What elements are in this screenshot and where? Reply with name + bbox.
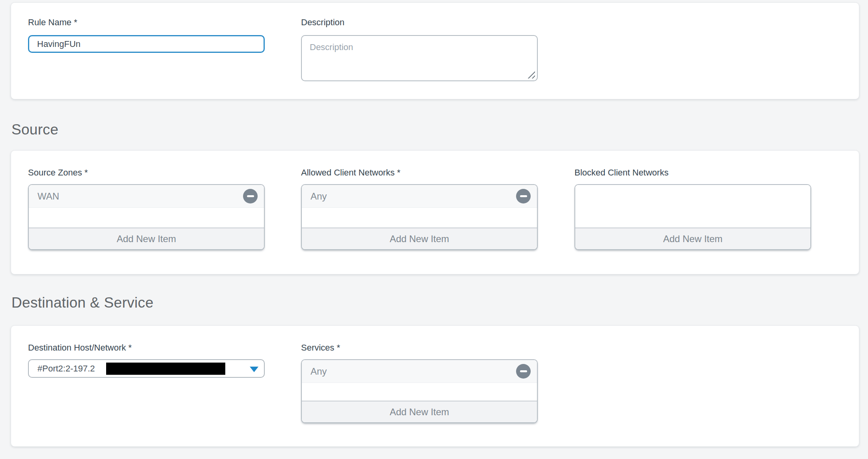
list-empty-area — [575, 185, 810, 228]
destination-service-card: Destination Host/Network * #Port2:2-197.… — [11, 325, 859, 447]
destination-host-network-select[interactable]: #Port2:2-197.2 — [28, 359, 265, 378]
description-textarea[interactable] — [301, 35, 538, 81]
source-card: Source Zones * WAN Add New Item Allowed … — [11, 150, 859, 274]
destination-host-network-field: Destination Host/Network * #Port2:2-197.… — [28, 342, 265, 378]
description-field: Description — [301, 17, 538, 81]
blocked-client-networks-label: Blocked Client Networks — [574, 167, 811, 178]
rule-name-field: Rule Name * — [28, 17, 265, 53]
chevron-down-icon — [250, 366, 258, 372]
services-label: Services * — [301, 342, 538, 353]
add-new-item-button[interactable]: Add New Item — [29, 228, 264, 249]
firewall-rule-form-page: Rule Name * Description Source Source Zo… — [0, 0, 868, 459]
rule-name-input[interactable] — [28, 35, 265, 53]
remove-item-button[interactable] — [243, 189, 258, 203]
general-settings-card: Rule Name * Description — [11, 2, 859, 99]
source-zones-list: WAN Add New Item — [28, 184, 265, 250]
add-new-item-button[interactable]: Add New Item — [575, 228, 810, 249]
destination-host-network-label: Destination Host/Network * — [28, 342, 265, 353]
services-list: Any Add New Item — [301, 359, 538, 423]
blocked-client-networks-field: Blocked Client Networks Add New Item — [574, 167, 811, 250]
minus-icon — [520, 195, 527, 197]
list-item: WAN — [29, 185, 264, 208]
minus-icon — [247, 195, 254, 197]
remove-item-button[interactable] — [516, 189, 531, 203]
remove-item-button[interactable] — [516, 364, 531, 379]
list-item-label: Any — [311, 191, 327, 202]
allowed-client-networks-label: Allowed Client Networks * — [301, 167, 538, 178]
selected-value: #Port2:2-197.2 — [37, 364, 95, 374]
source-zones-field: Source Zones * WAN Add New Item — [28, 167, 265, 250]
add-new-item-button[interactable]: Add New Item — [302, 228, 537, 249]
allowed-client-networks-field: Allowed Client Networks * Any Add New It… — [301, 167, 538, 250]
allowed-client-networks-list: Any Add New Item — [301, 184, 538, 250]
blocked-client-networks-list: Add New Item — [574, 184, 811, 250]
redaction-bar — [106, 362, 225, 375]
source-section-heading: Source — [11, 121, 58, 138]
list-empty-area — [302, 208, 537, 228]
list-item-label: Any — [311, 366, 327, 377]
source-zones-label: Source Zones * — [28, 167, 265, 178]
list-empty-area — [29, 208, 264, 228]
list-item: Any — [302, 185, 537, 208]
list-item-label: WAN — [37, 191, 59, 202]
list-item: Any — [302, 360, 537, 383]
destination-service-section-heading: Destination & Service — [11, 295, 153, 311]
add-new-item-button[interactable]: Add New Item — [302, 401, 537, 422]
rule-name-label: Rule Name * — [28, 17, 265, 28]
minus-icon — [520, 370, 527, 372]
description-label: Description — [301, 17, 538, 28]
services-field: Services * Any Add New Item — [301, 342, 538, 423]
list-empty-area — [302, 383, 537, 401]
